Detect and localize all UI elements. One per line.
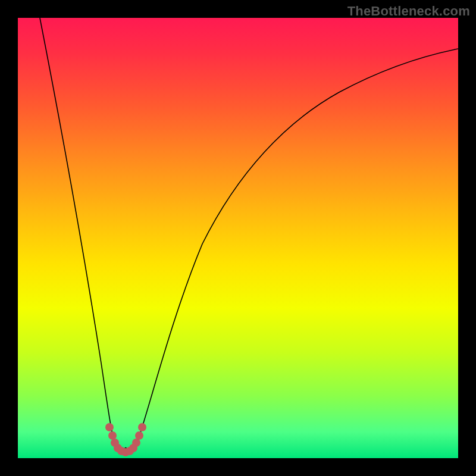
watermark-text: TheBottleneck.com bbox=[347, 4, 470, 19]
marker-dot bbox=[132, 439, 140, 447]
marker-dot bbox=[138, 423, 146, 431]
plot-area bbox=[18, 18, 458, 458]
marker-dot bbox=[135, 431, 143, 440]
figure-container: { "watermark": "TheBottleneck.com", "cha… bbox=[0, 0, 476, 476]
curve-right-branch bbox=[126, 49, 458, 450]
curve-layer bbox=[18, 18, 458, 458]
marker-dot bbox=[108, 431, 117, 440]
minimum-marker-cluster bbox=[105, 423, 146, 456]
marker-dot bbox=[105, 423, 114, 431]
curve-left-branch bbox=[40, 18, 126, 452]
